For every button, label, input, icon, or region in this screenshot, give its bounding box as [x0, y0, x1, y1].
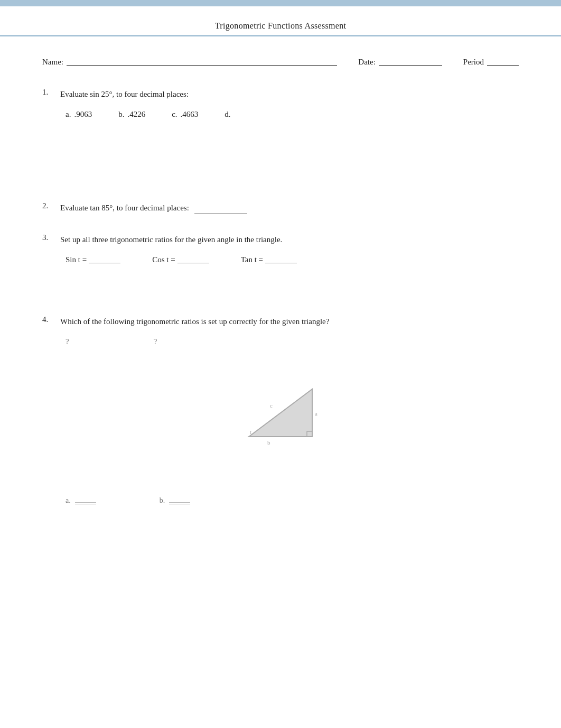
period-field: Period	[463, 58, 519, 67]
spacer-4	[42, 460, 519, 492]
q4-placeholder-1: ?	[66, 337, 69, 346]
bottom-opt-a-frac	[75, 496, 96, 505]
choice-c: c. .4663	[172, 110, 198, 119]
bottom-opt-b: b.	[160, 496, 191, 505]
spacer-3	[42, 283, 519, 315]
question-4: 4. Which of the following trigonometric …	[42, 315, 519, 346]
question-2: 2. Evaluate tan 85°, to four decimal pla…	[42, 201, 519, 214]
question-1-row: 1. Evaluate sin 25°, to four decimal pla…	[42, 88, 519, 100]
svg-text:c: c	[270, 402, 273, 409]
question-1-number: 1.	[42, 88, 54, 97]
tan-t-label: Tan t =	[241, 255, 263, 264]
spacer-1	[42, 138, 519, 170]
question-1: 1. Evaluate sin 25°, to four decimal pla…	[42, 88, 519, 119]
sin-t-item: Sin t =	[66, 255, 120, 264]
question-4-row: 4. Which of the following trigonometric …	[42, 315, 519, 328]
question-4-text: Which of the following trigonometric rat…	[60, 315, 329, 328]
sin-t-label: Sin t =	[66, 255, 87, 264]
question-3-row: 3. Set up all three trigonometric ratios…	[42, 233, 519, 246]
choice-c-letter: c.	[172, 110, 177, 119]
choice-d-letter: d.	[225, 110, 230, 119]
header-row: Name: Date: Period	[42, 58, 519, 67]
bottom-frac-b-bot	[169, 504, 190, 504]
choice-a: a. .9063	[66, 110, 92, 119]
choice-c-value: .4663	[181, 110, 199, 119]
question-3: 3. Set up all three trigonometric ratios…	[42, 233, 519, 264]
svg-marker-0	[249, 389, 312, 437]
spacer-2	[42, 170, 519, 201]
triangle-area: b a c t	[42, 365, 519, 460]
bottom-opt-a: a.	[66, 496, 96, 505]
question-2-text: Evaluate tan 85°, to four decimal places…	[60, 201, 247, 214]
content-area: Name: Date: Period 1. Evaluate sin 25°, …	[0, 36, 561, 537]
bottom-options: a. b.	[66, 496, 519, 505]
question-1-choices: a. .9063 b. .4226 c. .4663 d.	[66, 110, 519, 119]
tan-t-item: Tan t =	[241, 255, 297, 264]
tan-t-blank	[265, 263, 297, 263]
choice-d: d.	[225, 110, 233, 119]
question-2-number: 2.	[42, 201, 54, 210]
name-field: Name:	[42, 58, 337, 67]
choice-b: b. .4226	[118, 110, 145, 119]
period-line	[487, 65, 519, 66]
name-label: Name:	[42, 58, 63, 67]
sin-t-blank	[89, 263, 120, 263]
choice-a-letter: a.	[66, 110, 71, 119]
choice-b-letter: b.	[118, 110, 124, 119]
svg-text:b: b	[267, 439, 270, 446]
bottom-opt-a-letter: a.	[66, 496, 71, 505]
q4-placeholder-2: ?	[154, 337, 157, 346]
cos-t-item: Cos t =	[152, 255, 209, 264]
date-label: Date:	[358, 58, 375, 67]
period-label: Period	[463, 58, 484, 67]
bottom-opt-b-frac	[169, 496, 190, 505]
question-2-row: 2. Evaluate tan 85°, to four decimal pla…	[42, 201, 519, 214]
page: Trigonometric Functions Assessment Name:…	[0, 0, 561, 728]
date-line	[379, 65, 442, 66]
bottom-frac-a-bot	[75, 504, 96, 504]
question-2-blank	[194, 214, 247, 214]
cos-t-blank	[177, 263, 209, 263]
cos-t-label: Cos t =	[152, 255, 175, 264]
name-line	[67, 65, 337, 66]
bottom-opt-b-letter: b.	[160, 496, 165, 505]
svg-text:a: a	[315, 410, 317, 417]
trig-ratios-row: Sin t = Cos t = Tan t =	[66, 255, 519, 264]
top-bar	[0, 0, 561, 6]
svg-text:t: t	[250, 429, 251, 435]
question-3-text: Set up all three trigonometric ratios fo…	[60, 233, 282, 246]
bottom-frac-a-top	[75, 502, 96, 503]
question-4-options: ? ?	[66, 337, 519, 346]
date-field: Date:	[358, 58, 442, 67]
question-3-number: 3.	[42, 233, 54, 242]
choice-b-value: .4226	[127, 110, 145, 119]
triangle-illustration: b a c t	[238, 379, 323, 447]
choice-a-value: .9063	[74, 110, 92, 119]
bottom-frac-b-top	[169, 502, 190, 503]
question-4-number: 4.	[42, 315, 54, 324]
question-1-text: Evaluate sin 25°, to four decimal places…	[60, 88, 189, 100]
